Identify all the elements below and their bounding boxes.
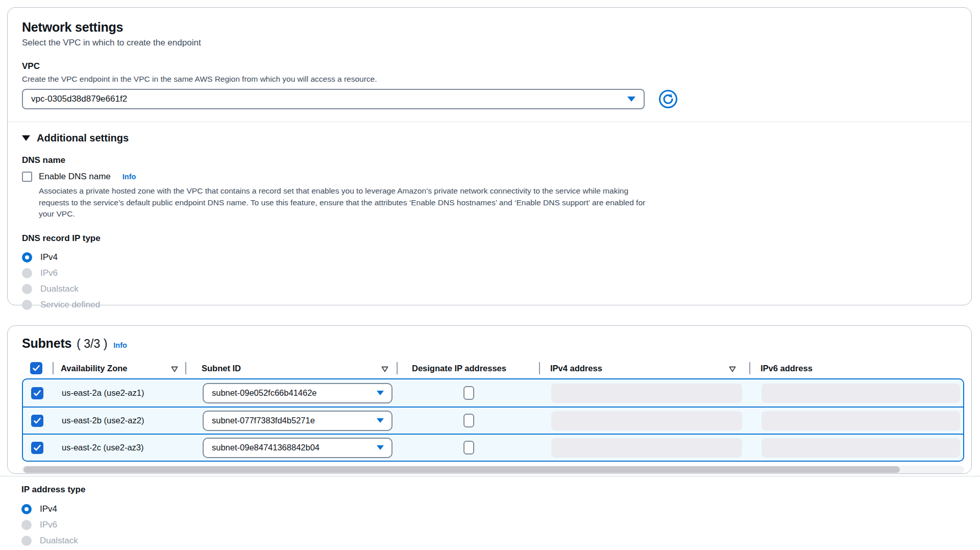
dns-name-info-link[interactable]: Info <box>122 173 136 181</box>
filter-icon[interactable] <box>171 365 178 374</box>
col-header-subnet-id[interactable]: Subnet ID <box>185 362 397 375</box>
row-checkbox[interactable] <box>31 442 43 454</box>
column-separator <box>749 362 750 374</box>
column-separator <box>539 362 540 374</box>
refresh-icon <box>658 103 678 111</box>
designate-ip-checkbox[interactable] <box>463 386 474 400</box>
dns-name-description: Associates a private hosted zone with th… <box>39 185 646 220</box>
subnet-id-select[interactable]: subnet-09e84741368842b04 <box>203 438 393 458</box>
subnets-table-header: Availability Zone Subnet ID Designate IP… <box>22 358 964 378</box>
availability-zone-value: us-east-2a (use2-az1) <box>54 388 186 398</box>
subnets-count: ( 3/3 ) <box>77 337 107 351</box>
designate-ip-checkbox[interactable] <box>463 441 474 455</box>
radio-disabled-icon <box>21 520 32 530</box>
column-separator <box>53 362 54 374</box>
chevron-down-icon <box>377 418 384 423</box>
vpc-description: Create the VPC endpoint in the VPC in th… <box>22 75 957 84</box>
filter-icon[interactable] <box>729 365 736 374</box>
column-separator <box>397 362 398 374</box>
chevron-down-icon <box>627 97 635 102</box>
subnet-id-select[interactable]: subnet-09e052fc66b41462e <box>203 383 393 403</box>
chevron-down-icon <box>377 445 384 450</box>
subnets-title: Subnets <box>22 336 71 351</box>
radio-selected-icon <box>21 504 32 514</box>
subnet-id-value: subnet-09e84741368842b04 <box>212 443 320 452</box>
chevron-down-icon <box>377 391 384 395</box>
radio-disabled-icon <box>22 268 32 278</box>
col-header-ipv6-address: IPv6 address <box>749 362 964 375</box>
radio-dns-ipv4[interactable]: IPv4 <box>22 250 957 266</box>
dns-name-label: DNS name <box>22 155 957 165</box>
vpc-label: VPC <box>22 61 957 71</box>
triangle-down-icon <box>22 135 30 141</box>
additional-settings-toggle[interactable]: Additional settings <box>22 132 957 144</box>
table-row: us-east-2c (use2-az3) subnet-09e84741368… <box>23 434 963 461</box>
ipv4-address-input-disabled <box>551 438 742 458</box>
vpc-select-value: vpc-0305d38d879e661f2 <box>31 94 127 104</box>
subnets-info-link[interactable]: Info <box>113 341 127 349</box>
network-settings-subtitle: Select the VPC in which to create the en… <box>22 38 957 48</box>
radio-selected-icon <box>22 252 32 262</box>
network-settings-card: Network settings Select the VPC in which… <box>7 7 972 305</box>
radio-dns-service-defined: Service defined <box>22 297 957 313</box>
radio-ip-dualstack: Dualstack <box>21 533 980 548</box>
dns-record-ip-type-label: DNS record IP type <box>22 233 957 244</box>
radio-ip-ipv6: IPv6 <box>21 517 980 533</box>
col-header-designate-ip: Designate IP addresses <box>397 362 539 375</box>
ipv6-address-input-disabled <box>762 384 960 403</box>
radio-dns-dualstack: Dualstack <box>22 281 957 297</box>
row-checkbox[interactable] <box>31 387 43 399</box>
radio-disabled-icon <box>22 300 32 310</box>
radio-disabled-icon <box>21 536 32 546</box>
enable-dns-name-label: Enable DNS name <box>39 172 111 182</box>
availability-zone-value: us-east-2b (use2-az2) <box>54 416 186 425</box>
select-all-checkbox[interactable] <box>30 362 42 374</box>
scrollbar-thumb[interactable] <box>23 466 900 473</box>
ipv4-address-input-disabled <box>551 411 742 431</box>
subnets-selected-rows-group: us-east-2a (use2-az1) subnet-09e052fc66b… <box>22 378 964 462</box>
ip-address-type-label: IP address type <box>21 485 980 495</box>
divider <box>8 122 971 122</box>
dns-record-ip-type-group: IPv4 IPv6 Dualstack Service defined <box>22 250 957 313</box>
availability-zone-value: us-east-2c (use2-az3) <box>54 443 186 452</box>
subnet-id-value: subnet-09e052fc66b41462e <box>212 388 317 398</box>
table-row: us-east-2a (use2-az1) subnet-09e052fc66b… <box>23 379 963 406</box>
col-header-availability-zone[interactable]: Availability Zone <box>53 362 185 375</box>
designate-ip-checkbox[interactable] <box>463 414 474 427</box>
enable-dns-name-checkbox[interactable] <box>22 172 32 182</box>
refresh-button[interactable] <box>658 89 678 109</box>
column-separator <box>185 362 186 374</box>
filter-icon[interactable] <box>381 365 388 374</box>
ipv6-address-input-disabled <box>762 411 960 431</box>
ipv4-address-input-disabled <box>551 384 742 403</box>
radio-disabled-icon <box>22 284 32 294</box>
row-checkbox[interactable] <box>31 415 43 427</box>
vpc-select[interactable]: vpc-0305d38d879e661f2 <box>22 89 645 109</box>
table-row: us-east-2b (use2-az2) subnet-077f7383fd4… <box>23 406 963 434</box>
ipv6-address-input-disabled <box>762 438 960 458</box>
subnet-id-value: subnet-077f7383fd4b5271e <box>212 416 315 425</box>
ip-address-type-group: IPv4 IPv6 Dualstack <box>21 501 980 548</box>
ip-address-type-section: IP address type IPv4 IPv6 Dualstack <box>0 476 980 548</box>
additional-settings-title: Additional settings <box>37 132 129 144</box>
subnet-id-select[interactable]: subnet-077f7383fd4b5271e <box>203 411 393 431</box>
col-header-ipv4-address[interactable]: IPv4 address <box>539 362 749 375</box>
radio-ip-ipv4[interactable]: IPv4 <box>21 501 980 517</box>
subnets-card: Subnets ( 3/3 ) Info Availability Zone S… <box>7 325 972 474</box>
network-settings-title: Network settings <box>22 20 957 35</box>
radio-dns-ipv6: IPv6 <box>22 266 957 281</box>
horizontal-scrollbar[interactable] <box>22 466 964 473</box>
